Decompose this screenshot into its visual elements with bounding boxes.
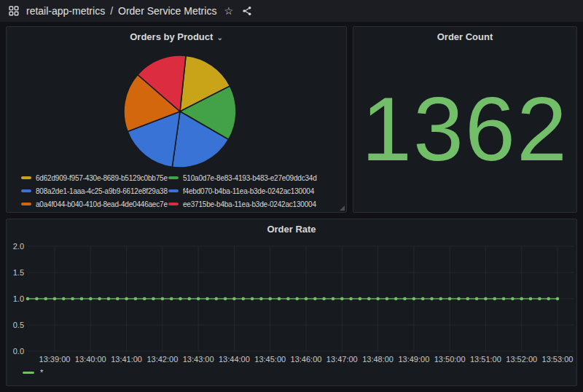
data-point[interactable]: [386, 297, 389, 301]
data-point[interactable]: [259, 297, 263, 301]
data-point[interactable]: [376, 297, 380, 301]
data-point[interactable]: [134, 297, 138, 301]
data-point[interactable]: [430, 297, 434, 301]
series-label: a0a4f044-b040-410d-8ead-4de0446aec7e: [36, 200, 168, 208]
star-dashboard-button[interactable]: ☆: [222, 4, 235, 17]
panel-title-order-count[interactable]: Order Count: [353, 27, 576, 46]
data-point[interactable]: [71, 297, 74, 301]
data-point[interactable]: [313, 297, 317, 301]
graph-legend[interactable]: *: [23, 368, 43, 377]
series-label: *: [40, 368, 43, 377]
order-rate-chart[interactable]: 2.01.51.00.50.013:39:0013:40:0013:41:001…: [7, 219, 578, 387]
chevron-down-icon: ⌄: [216, 34, 222, 42]
data-point[interactable]: [349, 297, 353, 301]
data-point[interactable]: [125, 297, 128, 301]
data-point[interactable]: [170, 297, 173, 301]
y-axis-tick-label: 1.5: [13, 268, 24, 277]
data-point[interactable]: [322, 297, 326, 301]
data-point[interactable]: [511, 297, 514, 301]
x-axis-tick-label: 13:51:00: [470, 355, 501, 364]
data-point[interactable]: [161, 297, 165, 301]
pie-legend-item[interactable]: a0a4f044-b040-410d-8ead-4de0446aec7e: [21, 200, 168, 208]
series-label: f4ebd070-b4ba-11ea-b3de-0242ac130004: [183, 187, 314, 195]
pie-legend-item[interactable]: ee3715be-b4ba-11ea-b3de-0242ac130004: [168, 200, 317, 208]
data-point[interactable]: [448, 297, 452, 301]
data-point[interactable]: [62, 297, 66, 301]
pie-legend-item[interactable]: f4ebd070-b4ba-11ea-b3de-0242ac130004: [168, 187, 317, 195]
x-axis-tick-label: 13:44:00: [219, 355, 250, 364]
breadcrumb-dashboard-title[interactable]: Order Service Metrics: [118, 5, 216, 17]
pie-legend-item[interactable]: 808a2de1-1aaa-4c25-a9b9-6612e8f29a38: [21, 187, 168, 195]
data-point[interactable]: [215, 297, 219, 301]
data-point[interactable]: [529, 297, 533, 301]
data-point[interactable]: [475, 297, 479, 301]
panel-title-text: Orders by Product: [130, 31, 213, 42]
data-point[interactable]: [197, 297, 200, 301]
data-point[interactable]: [556, 297, 560, 301]
data-point[interactable]: [520, 297, 523, 301]
data-point[interactable]: [224, 297, 227, 301]
data-point[interactable]: [340, 297, 344, 301]
data-point[interactable]: [188, 297, 192, 301]
data-point[interactable]: [179, 297, 182, 301]
data-point[interactable]: [278, 297, 281, 301]
data-point[interactable]: [143, 297, 146, 301]
panel-title-orders-by-product[interactable]: Orders by Product ⌄: [7, 27, 346, 46]
data-point[interactable]: [206, 297, 209, 301]
data-point[interactable]: [35, 297, 39, 301]
data-point[interactable]: [80, 297, 84, 301]
x-axis-tick-label: 13:49:00: [398, 355, 429, 364]
data-point[interactable]: [116, 297, 120, 301]
data-point[interactable]: [493, 297, 497, 301]
data-point[interactable]: [295, 297, 299, 301]
data-point[interactable]: [538, 297, 541, 301]
x-axis-tick-label: 13:48:00: [362, 355, 394, 364]
data-point[interactable]: [403, 297, 407, 301]
data-point[interactable]: [547, 297, 550, 301]
data-point[interactable]: [484, 297, 488, 301]
data-point[interactable]: [251, 297, 254, 301]
data-point[interactable]: [502, 297, 506, 301]
data-point[interactable]: [286, 297, 290, 301]
data-point[interactable]: [242, 297, 246, 301]
data-point[interactable]: [359, 297, 362, 301]
data-point[interactable]: [268, 297, 272, 301]
pie-legend-item[interactable]: 510a0d7e-8e83-4193-b483-e27e09ddc34d: [168, 174, 317, 182]
panel-title-text: Order Count: [437, 31, 493, 42]
data-point[interactable]: [98, 297, 101, 301]
series-label: 6d62d909-f957-430e-8689-b5129c0bb75e: [36, 174, 168, 182]
x-axis-tick-label: 13:53:00: [542, 355, 574, 364]
data-point[interactable]: [466, 297, 470, 301]
dashboards-grid-icon[interactable]: [7, 4, 20, 17]
share-icon: [242, 6, 252, 16]
pie-legend-item[interactable]: 6d62d909-f957-430e-8689-b5129c0bb75e: [21, 174, 168, 182]
data-point[interactable]: [305, 297, 308, 301]
data-point[interactable]: [439, 297, 443, 301]
data-point[interactable]: [367, 297, 371, 301]
data-point[interactable]: [332, 297, 335, 301]
data-point[interactable]: [152, 297, 155, 301]
data-point[interactable]: [26, 297, 30, 301]
breadcrumb-separator: /: [110, 5, 113, 17]
data-point[interactable]: [232, 297, 236, 301]
data-point[interactable]: [421, 297, 425, 301]
series-color-swatch: [21, 203, 31, 205]
data-point[interactable]: [107, 297, 111, 301]
data-point[interactable]: [412, 297, 416, 301]
y-axis-tick-label: 0.0: [13, 347, 24, 356]
data-point[interactable]: [394, 297, 398, 301]
share-dashboard-button[interactable]: [240, 4, 254, 17]
series-label: ee3715be-b4ba-11ea-b3de-0242ac130004: [183, 200, 316, 208]
data-point[interactable]: [53, 297, 57, 301]
data-point[interactable]: [44, 297, 47, 301]
grafana-dashboard: retail-app-metrics / Order Service Metri…: [0, 0, 583, 392]
pie-chart[interactable]: [122, 53, 238, 170]
data-point[interactable]: [89, 297, 93, 301]
panel-resize-handle[interactable]: [340, 205, 345, 211]
series-label: 808a2de1-1aaa-4c25-a9b9-6612e8f29a38: [36, 187, 168, 195]
x-axis-tick-label: 13:52:00: [506, 355, 537, 364]
series-color-swatch: [168, 189, 179, 192]
breadcrumb: retail-app-metrics / Order Service Metri…: [26, 5, 216, 17]
breadcrumb-folder[interactable]: retail-app-metrics: [26, 5, 105, 17]
data-point[interactable]: [457, 297, 461, 301]
